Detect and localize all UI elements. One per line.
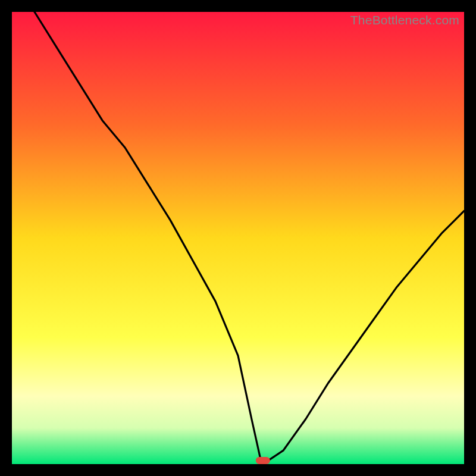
bottleneck-curve-path	[35, 12, 464, 459]
plot-area: TheBottleneck.com	[12, 12, 464, 464]
chart-svg	[12, 12, 464, 464]
minimum-marker	[256, 457, 270, 464]
chart-frame: TheBottleneck.com	[0, 0, 476, 476]
